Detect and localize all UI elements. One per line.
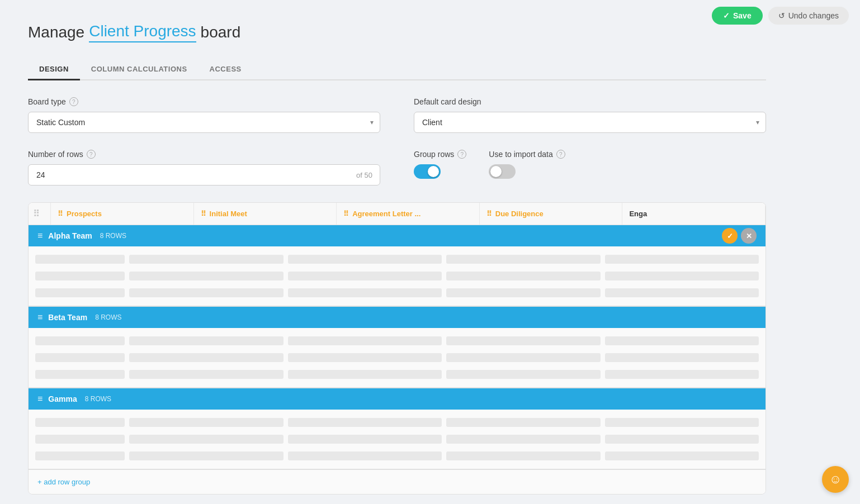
cell-placeholder xyxy=(288,435,442,444)
cell-placeholder xyxy=(35,435,125,444)
cell-placeholder xyxy=(288,451,442,460)
table-row xyxy=(29,431,766,448)
board-preview: ⠿ ⠿ Prospects ⠿ Initial Meet ⠿ Agreement… xyxy=(28,202,766,495)
group-gamma-badge: 8 ROWS xyxy=(85,395,111,403)
cell-placeholder xyxy=(288,272,442,280)
board-type-group: Board type ? Static Custom Dynamic ▾ xyxy=(28,97,380,133)
cell-placeholder xyxy=(129,435,283,444)
cell-placeholder xyxy=(446,370,601,379)
col-drag-icon: ⠿ xyxy=(486,210,492,218)
check-icon: ✓ xyxy=(723,11,730,20)
col-drag-handle: ⠿ xyxy=(29,203,51,225)
cell-placeholder xyxy=(446,288,601,297)
page-title: Manage Client Progress board xyxy=(28,22,766,42)
cell-placeholder xyxy=(35,370,125,379)
group-alpha-rows xyxy=(29,246,766,306)
col-header-due-diligence-label: Due Diligence xyxy=(495,210,544,218)
group-beta-rows xyxy=(29,328,766,387)
add-row-group-button[interactable]: + add row group xyxy=(29,470,766,494)
card-design-select-wrapper: Client Default ▾ xyxy=(414,112,766,133)
cell-placeholder xyxy=(288,353,442,362)
group-alpha-cancel-btn[interactable]: ✕ xyxy=(741,228,757,244)
group-rows-toggle-knob xyxy=(428,166,439,177)
table-row xyxy=(29,332,766,349)
cell-placeholder xyxy=(288,370,442,379)
num-rows-help-icon[interactable]: ? xyxy=(87,150,96,159)
cell-placeholder xyxy=(605,288,759,297)
col-header-prospects[interactable]: ⠿ Prospects xyxy=(51,203,194,225)
cell-placeholder xyxy=(605,418,759,427)
group-gamma-icon: ≡ xyxy=(37,394,42,404)
group-gamma: ≡ Gamma 8 ROWS xyxy=(29,388,766,470)
num-rows-label: Number of rows ? xyxy=(28,150,380,159)
cell-placeholder xyxy=(129,288,283,297)
tabs: DESIGN COLUMN CALCULATIONS ACCESS xyxy=(28,59,766,80)
import-data-toggle[interactable] xyxy=(489,164,516,179)
cell-placeholder xyxy=(35,451,125,460)
board-type-select-wrapper: Static Custom Dynamic ▾ xyxy=(28,112,380,133)
card-design-group: Default card design Client Default ▾ xyxy=(414,97,766,133)
table-row xyxy=(29,251,766,268)
card-design-label: Default card design xyxy=(414,97,766,106)
col-header-initial-meet-label: Initial Meet xyxy=(210,210,247,218)
board-type-select[interactable]: Static Custom Dynamic xyxy=(28,112,380,133)
cell-placeholder xyxy=(605,272,759,280)
group-rows-label-text: Group rows xyxy=(414,150,454,159)
num-rows-suffix: of 50 xyxy=(356,171,372,179)
cell-placeholder xyxy=(129,353,283,362)
table-row xyxy=(29,448,766,464)
group-alpha-team: ≡ Alpha Team 8 ROWS ✓ ✕ xyxy=(29,225,766,307)
form-section: Board type ? Static Custom Dynamic ▾ Def… xyxy=(28,97,766,186)
manage-text: Manage xyxy=(28,23,84,41)
table-row xyxy=(29,414,766,431)
num-rows-group: Number of rows ? of 50 xyxy=(28,150,380,186)
cell-placeholder xyxy=(288,336,442,345)
col-header-enga[interactable]: Enga xyxy=(622,203,766,225)
group-gamma-name: Gamma xyxy=(48,394,77,403)
chat-button[interactable]: ☺ xyxy=(822,466,849,493)
col-header-due-diligence[interactable]: ⠿ Due Diligence xyxy=(480,203,623,225)
col-header-initial-meet[interactable]: ⠿ Initial Meet xyxy=(194,203,337,225)
col-drag-icon: ⠿ xyxy=(58,210,63,218)
cell-placeholder xyxy=(605,255,759,264)
board-type-label-text: Board type xyxy=(28,97,66,106)
undo-label: Undo changes xyxy=(788,11,839,20)
cell-placeholder xyxy=(35,272,125,280)
cell-placeholder xyxy=(129,255,283,264)
tab-column-calculations[interactable]: COLUMN CALCULATIONS xyxy=(80,59,199,80)
cell-placeholder xyxy=(288,418,442,427)
group-rows-toggle[interactable] xyxy=(414,164,441,179)
save-label: Save xyxy=(733,11,752,20)
import-data-label-text: Use to import data xyxy=(489,150,552,159)
group-beta-header: ≡ Beta Team 8 ROWS xyxy=(29,307,766,328)
col-header-agreement-label: Agreement Letter ... xyxy=(352,210,420,218)
num-rows-input[interactable] xyxy=(28,164,380,186)
board-type-help-icon[interactable]: ? xyxy=(69,97,78,106)
cell-placeholder xyxy=(35,288,125,297)
undo-button[interactable]: ↺ Undo changes xyxy=(768,7,849,25)
table-row xyxy=(29,284,766,301)
cell-placeholder xyxy=(129,272,283,280)
import-data-label: Use to import data ? xyxy=(489,150,565,159)
cell-placeholder xyxy=(446,255,601,264)
card-design-select[interactable]: Client Default xyxy=(414,112,766,133)
tab-access[interactable]: ACCESS xyxy=(199,59,253,80)
import-data-help-icon[interactable]: ? xyxy=(556,150,565,159)
cell-placeholder xyxy=(35,336,125,345)
group-rows-help-icon[interactable]: ? xyxy=(457,150,466,159)
cell-placeholder xyxy=(605,370,759,379)
group-rows-label: Group rows ? xyxy=(414,150,466,159)
group-alpha-confirm-btn[interactable]: ✓ xyxy=(722,228,738,244)
col-drag-icon: ⠿ xyxy=(201,210,206,218)
table-row xyxy=(29,366,766,383)
save-button[interactable]: ✓ Save xyxy=(712,7,763,25)
group-beta-badge: 8 ROWS xyxy=(95,313,121,321)
tab-design[interactable]: DESIGN xyxy=(28,59,80,80)
import-data-toggle-group: Use to import data ? xyxy=(489,150,565,179)
cell-placeholder xyxy=(446,418,601,427)
cell-placeholder xyxy=(446,435,601,444)
toggles-group: Group rows ? Use to import data ? xyxy=(414,150,766,186)
num-rows-input-wrapper: of 50 xyxy=(28,164,380,186)
cell-placeholder xyxy=(129,370,283,379)
col-header-agreement[interactable]: ⠿ Agreement Letter ... xyxy=(337,203,480,225)
